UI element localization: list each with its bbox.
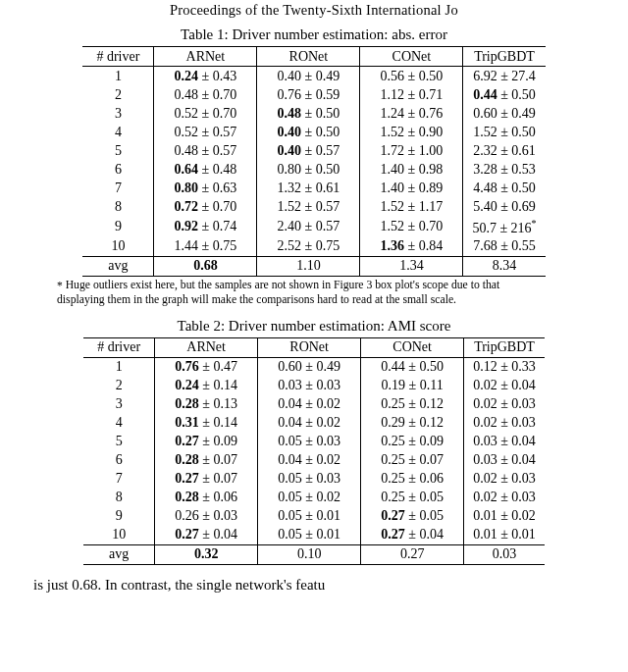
table-cell: 0.27 ± 0.04 bbox=[155, 526, 258, 545]
table-row: 101.44 ± 0.752.52 ± 0.751.36 ± 0.847.68 … bbox=[82, 237, 545, 257]
table-cell: 0.31 ± 0.14 bbox=[155, 414, 258, 433]
col-arnet: ARNet bbox=[155, 337, 258, 357]
table-cell: 0.52 ± 0.57 bbox=[154, 123, 257, 141]
table2: # driver ARNet RONet CONet TripGBDT 10.7… bbox=[83, 337, 545, 565]
table-cell: 1.12 ± 0.71 bbox=[360, 85, 463, 104]
table-cell: 1.52 ± 0.50 bbox=[463, 123, 546, 141]
running-header: Proceedings of the Twenty-Sixth Internat… bbox=[29, 2, 599, 19]
table-cell: 0.02 ± 0.03 bbox=[464, 414, 545, 433]
table-cell: 0.40 ± 0.49 bbox=[257, 67, 360, 86]
table-cell: 2.52 ± 0.75 bbox=[257, 237, 360, 257]
table-cell: 0.27 ± 0.09 bbox=[155, 433, 258, 451]
col-conet: CONet bbox=[360, 47, 463, 67]
col-arnet: ARNet bbox=[154, 47, 257, 67]
table-cell: 0.28 ± 0.06 bbox=[155, 489, 258, 507]
table-cell: 0.80 ± 0.50 bbox=[257, 160, 360, 179]
table1-footnote: * Huge outliers exist here, but the samp… bbox=[57, 279, 571, 308]
table-cell: 0.92 ± 0.74 bbox=[154, 216, 257, 237]
table-cell: 0.02 ± 0.04 bbox=[464, 377, 545, 395]
col-conet: CONet bbox=[361, 337, 464, 357]
table-row: 70.27 ± 0.070.05 ± 0.030.25 ± 0.060.02 ±… bbox=[83, 470, 545, 489]
body-text-fragment: is just 0.68. In contrast, the single ne… bbox=[29, 577, 599, 594]
row-label: 8 bbox=[82, 197, 154, 216]
table-row: 80.28 ± 0.060.05 ± 0.020.25 ± 0.050.02 ±… bbox=[83, 489, 545, 507]
table-row: 10.24 ± 0.430.40 ± 0.490.56 ± 0.506.92 ±… bbox=[82, 67, 545, 86]
row-label: 9 bbox=[82, 216, 154, 237]
table-cell: 0.05 ± 0.03 bbox=[258, 470, 361, 489]
col-tripgbdt: TripGBDT bbox=[463, 47, 546, 67]
row-label: 8 bbox=[83, 489, 155, 507]
table2-caption: Table 2: Driver number estimation: AMI s… bbox=[29, 318, 599, 335]
table-cell: 0.01 ± 0.02 bbox=[464, 507, 545, 526]
row-label: 4 bbox=[83, 414, 155, 433]
table-cell: 0.01 ± 0.01 bbox=[464, 526, 545, 545]
row-label: 3 bbox=[82, 104, 154, 123]
table-cell: 0.56 ± 0.50 bbox=[360, 67, 463, 86]
table-cell: 0.28 ± 0.13 bbox=[155, 395, 258, 414]
table-cell: 1.40 ± 0.89 bbox=[360, 179, 463, 197]
table-cell: 0.26 ± 0.03 bbox=[155, 507, 258, 526]
table-cell: 1.36 ± 0.84 bbox=[360, 237, 463, 257]
table-cell: 1.52 ± 0.57 bbox=[257, 197, 360, 216]
row-label: 6 bbox=[82, 160, 154, 179]
table-row: 90.26 ± 0.030.05 ± 0.010.27 ± 0.050.01 ±… bbox=[83, 507, 545, 526]
table-cell: 0.24 ± 0.43 bbox=[154, 67, 257, 86]
table-avg-row: avg0.320.100.270.03 bbox=[83, 544, 545, 564]
table-cell: 0.40 ± 0.57 bbox=[257, 141, 360, 160]
row-label: 7 bbox=[82, 179, 154, 197]
table-cell: 0.05 ± 0.02 bbox=[258, 489, 361, 507]
table-cell: 0.25 ± 0.05 bbox=[361, 489, 464, 507]
table-cell: 6.92 ± 27.4 bbox=[463, 67, 546, 86]
table-cell: 1.52 ± 0.90 bbox=[360, 123, 463, 141]
table-row: 50.27 ± 0.090.05 ± 0.030.25 ± 0.090.03 ±… bbox=[83, 433, 545, 451]
table1-header-row: # driver ARNet RONet CONet TripGBDT bbox=[82, 47, 545, 67]
table-cell: 1.24 ± 0.76 bbox=[360, 104, 463, 123]
table-cell: 0.02 ± 0.03 bbox=[464, 395, 545, 414]
table-cell: 0.04 ± 0.02 bbox=[258, 451, 361, 470]
table-cell: 0.80 ± 0.63 bbox=[154, 179, 257, 197]
table-cell: 2.32 ± 0.61 bbox=[463, 141, 546, 160]
table-cell: 0.76 ± 0.47 bbox=[155, 357, 258, 377]
table-cell: 0.27 ± 0.07 bbox=[155, 470, 258, 489]
table-row: 10.76 ± 0.470.60 ± 0.490.44 ± 0.500.12 ±… bbox=[83, 357, 545, 377]
table-cell: 0.44 ± 0.50 bbox=[463, 85, 546, 104]
table-cell: 0.19 ± 0.11 bbox=[361, 377, 464, 395]
table-cell: 0.24 ± 0.14 bbox=[155, 377, 258, 395]
table-row: 20.24 ± 0.140.03 ± 0.030.19 ± 0.110.02 ±… bbox=[83, 377, 545, 395]
col-tripgbdt: TripGBDT bbox=[464, 337, 545, 357]
table-cell: 0.60 ± 0.49 bbox=[258, 357, 361, 377]
table-cell: 1.32 ± 0.61 bbox=[257, 179, 360, 197]
table-cell: 2.40 ± 0.57 bbox=[257, 216, 360, 237]
table-cell: 0.27 ± 0.04 bbox=[361, 526, 464, 545]
row-label: 7 bbox=[83, 470, 155, 489]
table-cell: 0.03 ± 0.04 bbox=[464, 433, 545, 451]
row-label: 3 bbox=[83, 395, 155, 414]
table-cell: 0.40 ± 0.50 bbox=[257, 123, 360, 141]
footnote-line1: Huge outliers exist here, but the sample… bbox=[63, 279, 500, 291]
col-ronet: RONet bbox=[257, 47, 360, 67]
table-cell: 0.29 ± 0.12 bbox=[361, 414, 464, 433]
table-cell: 0.64 ± 0.48 bbox=[154, 160, 257, 179]
table-cell: 4.48 ± 0.50 bbox=[463, 179, 546, 197]
table-cell: 0.25 ± 0.09 bbox=[361, 433, 464, 451]
table-row: 60.64 ± 0.480.80 ± 0.501.40 ± 0.983.28 ±… bbox=[82, 160, 545, 179]
table-cell: 0.03 ± 0.04 bbox=[464, 451, 545, 470]
row-label: 4 bbox=[82, 123, 154, 141]
table-cell: 0.10 bbox=[258, 544, 361, 564]
table1-caption: Table 1: Driver number estimation: abs. … bbox=[29, 26, 599, 43]
col-ronet: RONet bbox=[258, 337, 361, 357]
avg-label: avg bbox=[82, 256, 154, 276]
table-cell: 50.7 ± 216* bbox=[463, 216, 546, 237]
table-cell: 1.72 ± 1.00 bbox=[360, 141, 463, 160]
table-cell: 0.28 ± 0.07 bbox=[155, 451, 258, 470]
table-cell: 0.12 ± 0.33 bbox=[464, 357, 545, 377]
table-row: 30.28 ± 0.130.04 ± 0.020.25 ± 0.120.02 ±… bbox=[83, 395, 545, 414]
row-label: 10 bbox=[82, 237, 154, 257]
table-cell: 8.34 bbox=[463, 256, 546, 276]
row-label: 5 bbox=[82, 141, 154, 160]
table-row: 80.72 ± 0.701.52 ± 0.571.52 ± 1.175.40 ±… bbox=[82, 197, 545, 216]
table-cell: 0.04 ± 0.02 bbox=[258, 414, 361, 433]
table-cell: 1.52 ± 0.70 bbox=[360, 216, 463, 237]
table-cell: 0.52 ± 0.70 bbox=[154, 104, 257, 123]
row-label: 6 bbox=[83, 451, 155, 470]
